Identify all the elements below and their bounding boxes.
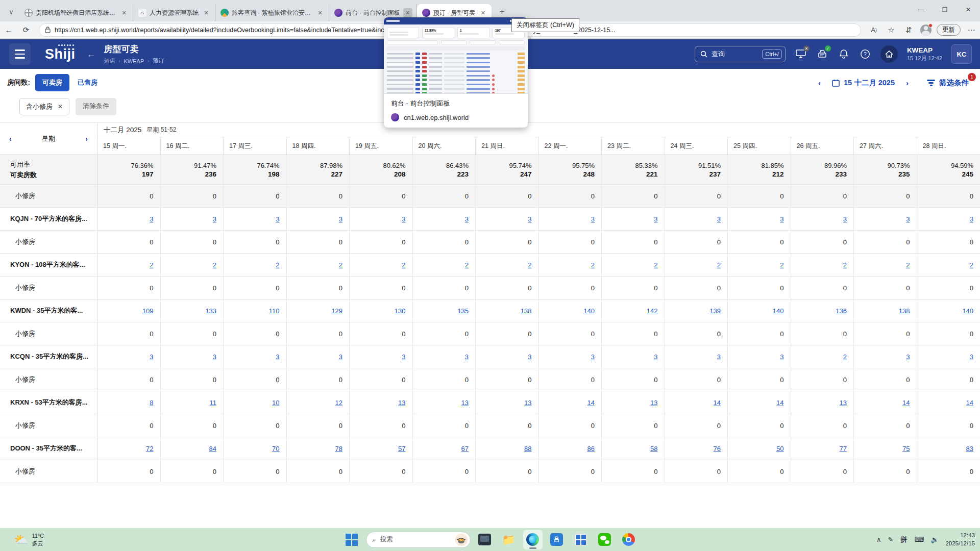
availability-link[interactable]: 3 — [591, 353, 595, 361]
availability-link[interactable]: 135 — [457, 307, 469, 315]
more-menu-icon[interactable]: ⋯ — [965, 23, 978, 37]
terminal-app-icon[interactable] — [475, 530, 495, 549]
close-icon[interactable]: ✕ — [403, 8, 412, 17]
availability-link[interactable]: 14 — [902, 399, 910, 407]
help-icon[interactable]: ? — [859, 48, 871, 60]
home-icon[interactable] — [880, 45, 898, 63]
weather-widget[interactable]: ⛅ 11°C多云 — [14, 532, 44, 547]
hidden-icons-chevron[interactable]: ∧ — [876, 536, 881, 543]
availability-link[interactable]: 2 — [276, 261, 279, 269]
clear-filters-button[interactable]: 清除条件 — [76, 98, 116, 115]
availability-link[interactable]: 10 — [272, 399, 279, 407]
sold-rooms-toggle[interactable]: 已售房 — [75, 74, 101, 91]
availability-link[interactable]: 13 — [840, 399, 847, 407]
cashier-icon[interactable]: ✓ — [816, 48, 828, 60]
availability-link[interactable]: 3 — [339, 353, 342, 361]
availability-link[interactable]: 76 — [714, 445, 721, 453]
availability-link[interactable]: 3 — [465, 353, 469, 361]
browser-update-button[interactable]: 更新 — [937, 24, 961, 36]
availability-link[interactable]: 110 — [269, 307, 280, 315]
filter-conditions-button[interactable]: 筛选条件 1 — [927, 78, 969, 88]
availability-link[interactable]: 78 — [335, 445, 342, 453]
start-button[interactable] — [342, 530, 361, 549]
next-week-icon[interactable]: › — [85, 135, 88, 143]
availability-link[interactable]: 3 — [402, 215, 405, 223]
availability-link[interactable]: 140 — [583, 307, 595, 315]
availability-link[interactable]: 3 — [654, 215, 657, 223]
breadcrumb-hotel[interactable]: 酒店 — [104, 57, 115, 65]
availability-link[interactable]: 129 — [331, 307, 342, 315]
availability-link[interactable]: 88 — [524, 445, 531, 453]
availability-link[interactable]: 2 — [213, 261, 216, 269]
ime-indicator[interactable]: 拼 — [900, 535, 908, 545]
availability-link[interactable]: 3 — [276, 215, 279, 223]
availability-link[interactable]: 3 — [150, 215, 153, 223]
tab-guest-query[interactable]: 旅客查询 - 紫楠旅馆业治安信息管 ✕ — [215, 4, 329, 21]
date-picker[interactable]: 15 十二月 2025 — [832, 78, 895, 88]
availability-link[interactable]: 130 — [395, 307, 406, 315]
clock[interactable]: 12:43 2025/12/15 — [945, 532, 975, 547]
close-window-button[interactable]: ✕ — [957, 0, 980, 19]
availability-link[interactable]: 133 — [205, 307, 216, 315]
taskbar-search-input[interactable]: ⌕ 搜索 🍲 — [366, 532, 471, 548]
close-icon[interactable]: ✕ — [315, 8, 325, 17]
availability-link[interactable]: 3 — [843, 215, 847, 223]
availability-link[interactable]: 13 — [524, 399, 531, 407]
availability-link[interactable]: 3 — [780, 215, 783, 223]
wechat-icon[interactable] — [595, 530, 615, 549]
read-aloud-icon[interactable]: A) — [867, 23, 880, 37]
availability-link[interactable]: 3 — [465, 215, 469, 223]
availability-link[interactable]: 3 — [528, 215, 531, 223]
user-avatar[interactable]: KC — [951, 44, 972, 64]
profile-avatar[interactable] — [920, 24, 932, 36]
hamburger-menu-icon[interactable] — [9, 43, 31, 65]
tab-preview-popup[interactable]: 22.89% 1 167 前台 - 前台控制面板 cn1.web.ep.shij… — [384, 17, 528, 128]
availability-link[interactable]: 2 — [591, 261, 595, 269]
availability-link[interactable]: 11 — [210, 399, 217, 407]
availability-link[interactable]: 3 — [717, 353, 721, 361]
availability-link[interactable]: 75 — [902, 445, 910, 453]
file-explorer-icon[interactable]: 📁 — [499, 530, 519, 549]
availability-link[interactable]: 14 — [776, 399, 783, 407]
availability-link[interactable]: 2 — [843, 261, 847, 269]
next-date-icon[interactable]: › — [902, 79, 913, 87]
keyboard-icon[interactable]: ⌨ — [914, 536, 924, 543]
availability-link[interactable]: 14 — [587, 399, 595, 407]
availability-link[interactable]: 2 — [150, 261, 153, 269]
workstation-icon[interactable]: ✕ — [795, 48, 807, 60]
prev-date-icon[interactable]: ‹ — [814, 79, 825, 87]
availability-link[interactable]: 77 — [840, 445, 847, 453]
availability-link[interactable]: 83 — [966, 445, 973, 453]
availability-link[interactable]: 58 — [650, 445, 657, 453]
availability-link[interactable]: 3 — [717, 215, 721, 223]
availability-link[interactable]: 3 — [906, 215, 910, 223]
availability-link[interactable]: 2 — [465, 261, 469, 269]
availability-link[interactable]: 140 — [962, 307, 973, 315]
availability-link[interactable]: 14 — [966, 399, 973, 407]
availability-link[interactable]: 2 — [906, 261, 910, 269]
bell-icon[interactable] — [838, 48, 850, 60]
availability-link[interactable]: 3 — [780, 353, 783, 361]
global-search-input[interactable]: 查询 Ctrl+/ — [695, 46, 786, 62]
availability-link[interactable]: 67 — [461, 445, 469, 453]
availability-link[interactable]: 3 — [402, 353, 405, 361]
availability-link[interactable]: 72 — [146, 445, 153, 453]
availability-link[interactable]: 2 — [654, 261, 657, 269]
availability-link[interactable]: 8 — [150, 399, 153, 407]
availability-link[interactable]: 2 — [717, 261, 721, 269]
tab-hotel-portal[interactable]: 贵阳机场智选假日酒店系统网址导 ✕ — [19, 4, 133, 21]
favorite-star-icon[interactable]: ☆ — [885, 23, 898, 37]
availability-link[interactable]: 3 — [906, 353, 910, 361]
edge-browser-icon[interactable] — [523, 530, 543, 549]
tab-hr-system[interactable]: S 人力资源管理系统 ✕ — [133, 4, 215, 21]
tab-search-chevron-icon[interactable]: ∨ — [4, 4, 18, 19]
availability-link[interactable]: 109 — [142, 307, 154, 315]
remove-filter-icon[interactable]: ✕ — [58, 103, 63, 110]
availability-link[interactable]: 2 — [970, 261, 973, 269]
availability-link[interactable]: 13 — [650, 399, 657, 407]
back-icon[interactable]: ← — [2, 23, 15, 37]
availability-link[interactable]: 139 — [709, 307, 721, 315]
availability-link[interactable]: 50 — [776, 445, 783, 453]
close-icon[interactable]: ✕ — [119, 8, 129, 17]
prev-week-icon[interactable]: ‹ — [9, 135, 12, 143]
